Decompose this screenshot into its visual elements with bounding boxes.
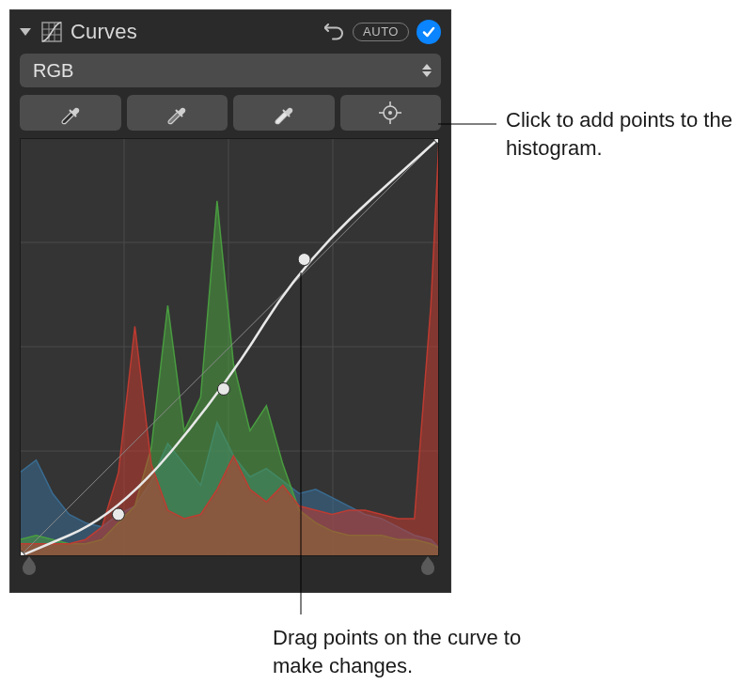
channel-select-value: RGB — [33, 60, 73, 82]
eyedropper-icon — [272, 101, 296, 125]
auto-button[interactable]: AUTO — [353, 23, 409, 41]
gray-point-eyedropper-button[interactable] — [127, 95, 228, 131]
curves-panel: Curves AUTO RGB — [9, 9, 451, 593]
channel-select[interactable]: RGB — [20, 54, 441, 87]
svg-point-9 — [388, 111, 392, 115]
crosshair-target-icon — [378, 101, 402, 125]
checkmark-icon — [421, 24, 436, 39]
callout-add-point: Click to add points to the histogram. — [506, 106, 741, 162]
curve-point[interactable] — [112, 508, 124, 521]
enabled-toggle[interactable] — [417, 20, 441, 44]
add-point-button[interactable] — [340, 95, 442, 131]
tool-row — [20, 95, 441, 131]
curve-point[interactable] — [217, 383, 229, 396]
panel-title: Curves — [71, 20, 317, 44]
select-stepper — [422, 64, 432, 77]
undo-icon[interactable] — [324, 23, 345, 40]
black-point-eyedropper-button[interactable] — [20, 95, 121, 131]
white-point-eyedropper-button[interactable] — [233, 95, 335, 131]
curve-point[interactable] — [298, 254, 310, 266]
eyedropper-icon — [58, 101, 83, 125]
range-slider[interactable] — [20, 562, 441, 579]
curves-grid-icon — [40, 21, 63, 43]
chevron-up-icon — [422, 64, 432, 70]
histogram-svg — [20, 138, 439, 556]
chevron-down-icon — [422, 71, 432, 77]
callout-drag-point: Drag points on the curve to make changes… — [273, 624, 574, 679]
curves-histogram[interactable] — [20, 138, 439, 556]
eyedropper-icon — [165, 101, 189, 125]
panel-header: Curves AUTO — [20, 10, 441, 54]
disclosure-triangle-icon[interactable] — [20, 28, 31, 36]
